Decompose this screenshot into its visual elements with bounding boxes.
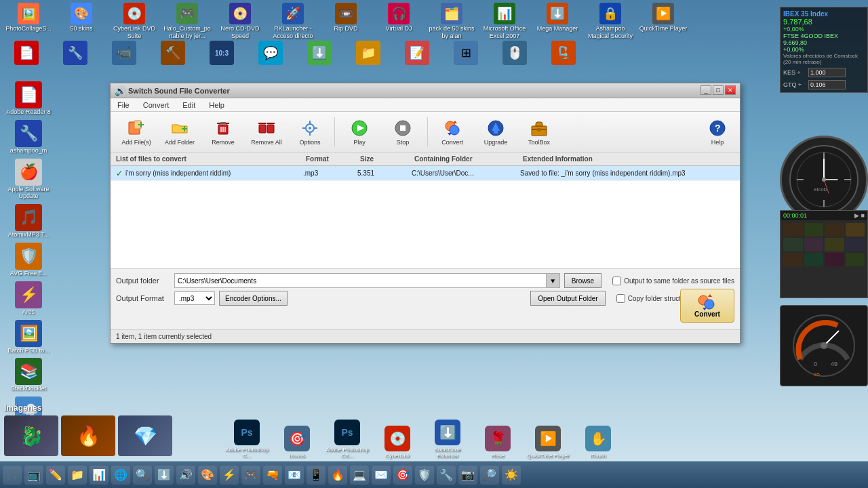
- toolbar-add-files[interactable]: Add File(s): [116, 114, 157, 150]
- file-list-body[interactable]: ✓ i'm sorry (miss independent riddim) .m…: [111, 166, 740, 285]
- menu-convert[interactable]: Convert: [139, 100, 174, 110]
- path-dropdown-btn[interactable]: ▼: [546, 274, 559, 287]
- bottom-icon-quicktime-b[interactable]: ▶️ QuickTime Player: [525, 426, 571, 460]
- output-path-input[interactable]: [178, 277, 557, 285]
- desktop-icon-50skins[interactable]: 🎨 50 skins: [56, 1, 107, 34]
- bottom-icon-iconos[interactable]: 🎯 Iconos: [274, 426, 320, 460]
- left-icon-avgfree[interactable]: 🛡️ AVG Free 8...: [3, 243, 54, 277]
- row2-tool[interactable]: 🔨: [149, 39, 197, 67]
- taskbar-icon-target[interactable]: 🎯: [393, 466, 412, 485]
- desktop-icon-virtualdj[interactable]: 🎧 Virtual DJ: [373, 1, 425, 34]
- left-icon-ares[interactable]: ⚡ Ares: [3, 281, 54, 316]
- taskbar-icon-search[interactable]: 🔍: [133, 466, 152, 485]
- taskbar-icon-fire[interactable]: 🔥: [328, 466, 347, 485]
- row2-adobereader[interactable]: 📄: [3, 39, 50, 67]
- desktop-icon-packde50[interactable]: 🗂️ pack de 50 skins by alan: [426, 1, 477, 41]
- toolbar-remove-all[interactable]: Remove All: [246, 114, 287, 150]
- taskbar-icon-paint[interactable]: 🎨: [198, 466, 217, 485]
- desktop-icon-photocollage[interactable]: 🖼️ PhotoCollageS...: [3, 1, 54, 34]
- row2-video[interactable]: 📹: [100, 39, 148, 67]
- toolbar-play[interactable]: Play: [339, 114, 380, 150]
- encoder-options-button[interactable]: Encoder Options...: [219, 291, 288, 306]
- left-icon-batchpsd[interactable]: 🖼️ Batch PSD to...: [3, 320, 54, 354]
- toolbar-toolbox[interactable]: ToolBox: [519, 114, 559, 150]
- row2-layout[interactable]: ⊞: [442, 39, 490, 67]
- taskbar-icon-gun[interactable]: 🔫: [263, 466, 282, 485]
- desktop-icon-quicktime[interactable]: ▶️ QuickTime Player: [637, 1, 689, 34]
- taskbar-icon-tv[interactable]: 📺: [24, 466, 43, 485]
- taskbar-icon-game[interactable]: 🎮: [241, 466, 260, 485]
- taskbar-icon-volume[interactable]: 🔊: [176, 466, 195, 485]
- imagenes-item-2[interactable]: 💎: [118, 415, 172, 456]
- bottom-icon-rose[interactable]: 🌹 Rose: [475, 426, 521, 460]
- toolbar-add-folder[interactable]: Add Folder: [159, 114, 200, 150]
- toolbar-remove[interactable]: Remove: [203, 114, 243, 150]
- stock-input-gtq[interactable]: [808, 80, 846, 89]
- output-path-display[interactable]: ▼: [174, 273, 560, 288]
- left-icon-ashampoo[interactable]: 🔧 ashampoo_m: [3, 120, 54, 155]
- convert-big-button[interactable]: Convert: [680, 289, 734, 323]
- row2-archive[interactable]: 🗜️: [540, 39, 587, 67]
- taskbar-icon-lightning[interactable]: ⚡: [220, 466, 239, 485]
- toolbar-convert[interactable]: Convert: [432, 114, 473, 150]
- stock-input-kes[interactable]: [808, 68, 846, 77]
- minimize-button[interactable]: _: [701, 85, 711, 95]
- format-select[interactable]: .mp3: [174, 291, 215, 305]
- desktop-icon-megamanager[interactable]: ⬇️ Mega Manager: [532, 1, 583, 34]
- row2-folder[interactable]: 📁: [344, 39, 392, 67]
- left-icon-stackdocklet[interactable]: 📚 StackDocklet: [3, 358, 54, 392]
- toolbar-help[interactable]: ? Help: [701, 114, 734, 150]
- taskbar-icon-email[interactable]: 📧: [285, 466, 304, 485]
- same-folder-checkbox[interactable]: [612, 277, 621, 285]
- desktop-icon-halocustom[interactable]: 🎮 Halo_Custom_portable by jer...: [161, 1, 213, 41]
- left-icon-applesoftware[interactable]: 🍎 Apple Software Update: [3, 159, 54, 201]
- taskbar-icon-chart[interactable]: 📊: [90, 466, 108, 485]
- left-icon-atomix[interactable]: 🎵 AtomixMP3 T...: [3, 204, 54, 239]
- menu-file[interactable]: File: [113, 100, 134, 110]
- toolbar-options[interactable]: Options: [290, 114, 330, 150]
- row2-cursor[interactable]: 🖱️: [491, 39, 538, 67]
- taskbar-icon-sun[interactable]: ☀️: [502, 466, 521, 485]
- taskbar-icon-edit[interactable]: ✏️: [46, 466, 65, 485]
- restore-button[interactable]: □: [713, 85, 724, 95]
- bottom-icon-itouch[interactable]: ✋ iTouch: [575, 426, 621, 460]
- row2-notepad[interactable]: 📝: [393, 39, 441, 67]
- taskbar-icon-magnify[interactable]: 🔎: [480, 466, 499, 485]
- taskbar-icon-shield[interactable]: 🛡️: [415, 466, 434, 485]
- row2-ashampoo[interactable]: 🔧: [52, 39, 99, 67]
- row2-skype[interactable]: 💬: [247, 39, 294, 67]
- file-row[interactable]: ✓ i'm sorry (miss independent riddim) .m…: [111, 166, 740, 181]
- taskbar-icon-camera[interactable]: 📷: [458, 466, 477, 485]
- browse-button[interactable]: Browse: [564, 273, 601, 288]
- desktop-icon-cyberlink[interactable]: 💿 CyberLink DVD Suite: [108, 1, 160, 41]
- taskbar-icon-web[interactable]: 🌐: [111, 466, 130, 485]
- desktop-icon-nerodvd[interactable]: 📀 Nero CD-DVD Speed: [214, 1, 266, 41]
- bottom-icon-adobe-cs[interactable]: Ps Adobe Photoshop CS...: [324, 420, 370, 460]
- imagenes-item-1[interactable]: 🔥: [61, 415, 115, 456]
- taskbar-icon-letter[interactable]: ✉️: [372, 466, 391, 485]
- row2-utorrent[interactable]: ⬇️: [296, 39, 343, 67]
- desktop-icon-ripdvd[interactable]: 📼 Rip DVD: [320, 1, 372, 34]
- window-titlebar[interactable]: 🔊 Switch Sound File Converter _ □ ✕: [111, 83, 740, 98]
- open-output-folder-button[interactable]: Open Output Folder: [530, 291, 605, 306]
- row2-time[interactable]: 10:3: [198, 39, 245, 67]
- toolbar-stop[interactable]: Stop: [382, 114, 423, 150]
- copy-structure-checkbox[interactable]: [616, 294, 625, 303]
- desktop-icon-msoffice[interactable]: 📊 Microsoft Office Excel 2007: [479, 1, 530, 41]
- imagenes-item-0[interactable]: 🐉: [4, 415, 58, 456]
- close-button[interactable]: ✕: [725, 85, 736, 95]
- desktop-icon-rklauncher[interactable]: 🚀 RKLauncher - Acceso directo: [267, 1, 319, 41]
- taskbar-icon-wrench[interactable]: 🔧: [437, 466, 456, 485]
- toolbar-upgrade[interactable]: Upgrade: [475, 114, 516, 150]
- taskbar-icon-music[interactable]: 🎵: [3, 466, 22, 485]
- desktop-icon-ashampoo[interactable]: 🔒 Ashampoo Magical Security: [585, 1, 636, 41]
- taskbar-icon-laptop[interactable]: 💻: [350, 466, 369, 485]
- bottom-icon-adobe-ps-c[interactable]: Ps Adobe Photoshop C...: [224, 420, 270, 460]
- menu-edit[interactable]: Edit: [178, 100, 199, 110]
- left-icon-adobereader[interactable]: 📄 Adobe Reader 8: [3, 81, 54, 116]
- taskbar-icon-phone[interactable]: 📱: [307, 466, 326, 485]
- bottom-icon-sodiscode[interactable]: ⬇️ SodisCode Estandar: [425, 420, 471, 460]
- taskbar-icon-folder[interactable]: 📁: [68, 466, 87, 485]
- taskbar-icon-download[interactable]: ⬇️: [155, 466, 174, 485]
- bottom-icon-cyberlink-b[interactable]: 💿 CyberLink: [374, 426, 420, 460]
